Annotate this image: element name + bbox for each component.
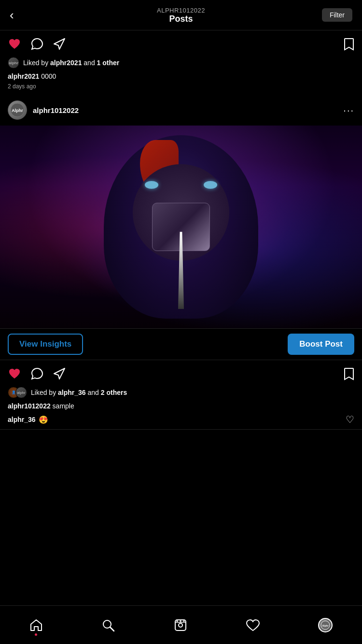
post-card-1: alphr Liked by alphr2021 and 1 other alp… — [0, 30, 362, 430]
heart-filled-icon — [8, 38, 21, 50]
activity-icon — [246, 618, 260, 632]
bookmark-button-bottom[interactable] — [344, 366, 354, 381]
heart-filled-icon-2 — [8, 367, 21, 380]
liked-by-user-top: alphr2021 — [50, 59, 82, 67]
likes-row-bottom: 👤 alphr Liked by alphr_36 and 2 others — [0, 387, 362, 401]
view-insights-button[interactable]: View Insights — [8, 334, 83, 355]
post-figure — [0, 126, 362, 328]
figure-eyes — [145, 181, 217, 189]
reels-icon — [174, 618, 187, 632]
comment-icon-top — [31, 38, 43, 50]
svg-text:Alphr: Alphr — [322, 624, 329, 627]
likes-row-top: alphr Liked by alphr2021 and 1 other — [0, 57, 362, 71]
svg-point-7 — [176, 620, 178, 622]
header-username: ALPHR1012022 — [0, 7, 362, 14]
likes-text-top: Liked by alphr2021 and 1 other — [23, 59, 119, 67]
caption-top: alphr2021 0000 — [0, 71, 362, 82]
timestamp-top: 2 days ago — [0, 82, 362, 95]
heart-outline-icon[interactable]: ♡ — [346, 414, 354, 425]
svg-line-3 — [110, 627, 114, 631]
header-title: Posts — [0, 14, 362, 24]
caption-bottom: alphr1012022 sample — [0, 401, 362, 412]
figure-eye-right — [204, 181, 217, 189]
bookmark-button-top[interactable] — [344, 36, 354, 51]
comment-icon-bottom — [31, 367, 43, 380]
share-icon-bottom — [53, 367, 66, 380]
caption-text-bottom: sample — [51, 402, 74, 410]
nav-home[interactable] — [29, 618, 43, 632]
back-button[interactable]: ‹ — [10, 8, 14, 23]
like-button-top[interactable] — [8, 38, 21, 50]
liked-by-user-bottom: alphr_36 — [58, 389, 86, 396]
alphr-logo-icon: Alphr — [10, 103, 25, 117]
avatar-2: Alphr — [8, 100, 27, 120]
action-bar-top-1 — [0, 30, 362, 57]
nav-reels[interactable] — [174, 618, 187, 632]
bookmark-icon-top — [344, 38, 354, 51]
likes-avatar-2b: alphr — [15, 387, 27, 398]
svg-point-5 — [179, 623, 182, 627]
figure-eye-left — [145, 181, 158, 189]
comment-button-bottom[interactable] — [31, 367, 43, 380]
caption-username-top: alphr2021 — [8, 72, 39, 80]
filter-button[interactable]: Filter — [322, 8, 352, 22]
comment-emoji: 😍 — [39, 415, 48, 424]
post-header-2: Alphr alphr1012022 ··· — [0, 95, 362, 126]
comment-row: alphr_36 😍 ♡ — [0, 412, 362, 429]
share-icon-top — [53, 38, 66, 50]
nav-profile[interactable]: Alphr — [318, 618, 333, 632]
liked-by-count-bottom: 2 others — [101, 389, 127, 396]
liked-by-count-top: 1 other — [97, 59, 120, 67]
profile-avatar-icon: Alphr — [320, 620, 330, 630]
nav-activity[interactable] — [246, 618, 260, 632]
comment-username: alphr_36 — [8, 416, 36, 423]
insights-bar: View Insights Boost Post — [0, 328, 362, 360]
bottom-nav: Alphr — [0, 605, 362, 644]
nav-home-dot — [35, 633, 37, 636]
post-image-2 — [0, 126, 362, 328]
home-icon — [29, 618, 43, 632]
comment-button-top[interactable] — [31, 38, 43, 50]
caption-text-top: 0000 — [39, 72, 56, 80]
like-button-bottom[interactable] — [8, 367, 21, 380]
nav-search[interactable] — [101, 618, 115, 632]
boost-post-button[interactable]: Boost Post — [288, 334, 354, 355]
share-button-top[interactable] — [53, 38, 66, 50]
svg-point-8 — [180, 620, 181, 622]
bottom-spacer — [0, 430, 362, 468]
header: ‹ ALPHR1012022 Posts Filter — [0, 0, 362, 30]
action-bar-bottom — [0, 360, 362, 387]
bookmark-icon-bottom — [344, 367, 354, 381]
search-icon — [101, 618, 115, 632]
caption-username-bottom: alphr1012022 — [8, 402, 51, 410]
profile-avatar: Alphr — [318, 618, 333, 632]
likes-text-bottom: Liked by alphr_36 and 2 others — [31, 389, 127, 396]
svg-point-9 — [183, 620, 184, 622]
svg-text:Alphr: Alphr — [12, 108, 23, 113]
more-options-button-2[interactable]: ··· — [343, 105, 354, 116]
share-button-bottom[interactable] — [53, 367, 66, 380]
likes-avatar-1: alphr — [8, 57, 19, 69]
post-username-2: alphr1012022 — [33, 106, 343, 114]
